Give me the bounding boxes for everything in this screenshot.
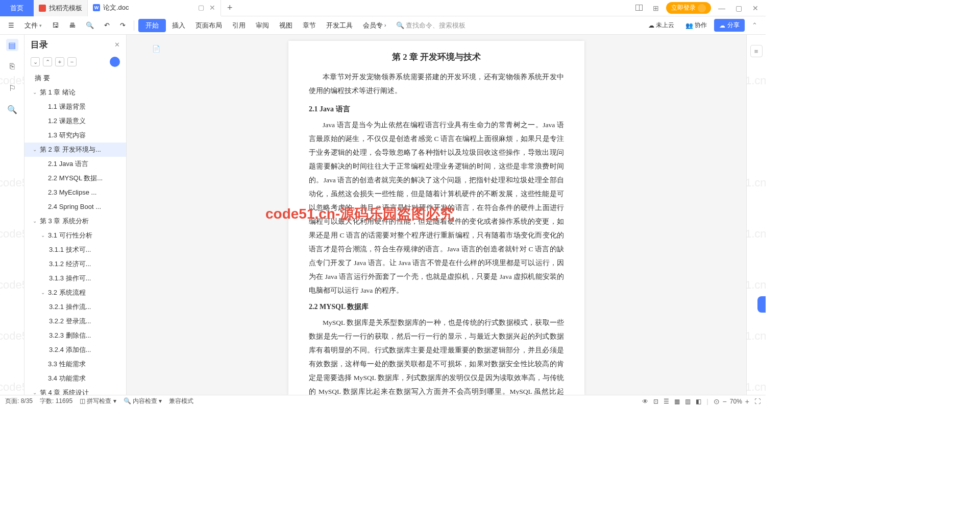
zoom-level[interactable]: 70% — [730, 398, 742, 405]
toc-item[interactable]: ⌄第 4 章 系统设计 — [24, 386, 126, 395]
toc-close-icon[interactable]: ✕ — [114, 41, 120, 49]
toc-item[interactable]: ⌄第 1 章 绪论 — [24, 85, 126, 100]
toc-item[interactable]: 3.1.3 操作可... — [24, 271, 126, 286]
toc-item[interactable]: 3.1.2 经济可... — [24, 257, 126, 271]
toc-item[interactable]: ⌄第 2 章 开发环境与... — [24, 143, 126, 157]
tab-devtools[interactable]: 开发工具 — [322, 19, 357, 32]
fullscreen-icon[interactable]: ⛶ — [754, 398, 761, 405]
layout-icon[interactable] — [632, 4, 646, 12]
tab-layout[interactable]: 页面布局 — [191, 19, 226, 32]
chevron-icon[interactable]: ⌄ — [33, 388, 38, 395]
tab-start[interactable]: 开始 — [138, 19, 166, 32]
share-button[interactable]: ☁ 分享 — [714, 19, 745, 32]
close-button[interactable]: ✕ — [749, 4, 762, 12]
rail-icon-2[interactable]: ⎘ — [6, 60, 18, 73]
toc-item[interactable]: 3.2.4 添加信... — [24, 343, 126, 357]
page-options-icon[interactable]: 📄 — [152, 45, 160, 53]
toc-item-label: 2.3 MyEclipse ... — [48, 187, 96, 198]
toc-ai-icon[interactable] — [110, 57, 120, 67]
toc-item[interactable]: 2.4 Spring Boot ... — [24, 200, 126, 214]
reading-view-icon[interactable]: ⊡ — [653, 398, 658, 405]
chevron-icon[interactable]: ⌄ — [41, 230, 46, 241]
toc-item[interactable]: 2.2 MYSQL 数据... — [24, 171, 126, 185]
word-count[interactable]: 字数: 11695 — [40, 397, 72, 406]
toc-expand-icon[interactable]: ⌃ — [43, 57, 52, 66]
tab-review[interactable]: 审阅 — [252, 19, 273, 32]
zoom-reset-icon[interactable]: ⊙ — [714, 397, 720, 406]
toc-item[interactable]: 3.1.1 技术可... — [24, 243, 126, 257]
toc-item[interactable]: ⌄3.2 系统流程 — [24, 286, 126, 300]
print-icon[interactable]: 🖶 — [65, 19, 80, 31]
tab-view[interactable]: 视图 — [275, 19, 297, 32]
chevron-icon[interactable]: ⌄ — [33, 87, 38, 98]
toc-item[interactable]: 1.3 研究内容 — [24, 128, 126, 143]
collapse-ribbon-icon[interactable]: ⌃ — [748, 19, 762, 31]
toc-item[interactable]: 3.4 功能需求 — [24, 371, 126, 386]
toc-item[interactable]: 3.2.1 操作流... — [24, 300, 126, 314]
toc-rail-icon[interactable]: ▤ — [6, 39, 18, 51]
file-menu[interactable]: 文件 ▾ — [20, 19, 46, 32]
toc-item-label: 1.2 课题意义 — [48, 116, 86, 126]
spellcheck-button[interactable]: ◫ 拼写检查 ▾ — [80, 397, 116, 406]
view-mode-icon[interactable]: 👁 — [642, 398, 648, 405]
tab-label: 论文.doc — [103, 3, 195, 12]
redo-icon[interactable]: ↷ — [116, 19, 130, 31]
toc-item[interactable]: 1.1 课题背景 — [24, 100, 126, 114]
toc-minus-icon[interactable]: − — [67, 57, 77, 66]
toc-item[interactable]: ⌄3.1 可行性分析 — [24, 228, 126, 243]
page-indicator[interactable]: 页面: 8/35 — [5, 397, 33, 406]
tab-close-icon[interactable]: ✕ — [209, 4, 215, 12]
toc-item[interactable]: 1.2 课题意义 — [24, 114, 126, 128]
toc-item[interactable]: 2.3 MyEclipse ... — [24, 185, 126, 200]
toc-collapse-icon[interactable]: ⌄ — [31, 57, 40, 66]
focus-view-icon[interactable]: ◧ — [696, 398, 701, 405]
toc-item-label: 3.2 系统流程 — [48, 288, 86, 298]
toc-item[interactable]: 3.2.2 登录流... — [24, 314, 126, 328]
preview-icon[interactable]: 🔍 — [82, 19, 98, 31]
login-button[interactable]: 立即登录 — [666, 2, 711, 14]
right-panel-icon[interactable]: ≡ — [750, 45, 763, 57]
web-view-icon[interactable]: ▦ — [674, 398, 680, 405]
contentcheck-button[interactable]: 🔍 内容检查 ▾ — [124, 397, 162, 406]
tab-label: 找稻壳模板 — [49, 4, 82, 13]
print-view-icon[interactable]: ▥ — [685, 398, 691, 405]
tab-reference[interactable]: 引用 — [228, 19, 250, 32]
cloud-status[interactable]: ☁ 未上云 — [644, 19, 678, 32]
maximize-button[interactable]: ▢ — [732, 4, 745, 12]
ribbon: ☰ 文件 ▾ 🖫 🖶 🔍 ↶ ↷ 开始 插入 页面布局 引用 审阅 视图 章节 … — [0, 16, 766, 35]
outline-view-icon[interactable]: ☰ — [664, 398, 669, 405]
toc-item[interactable]: 3.3 性能需求 — [24, 357, 126, 371]
collaborate-button[interactable]: 👥 协作 — [681, 19, 711, 32]
tab-home[interactable]: 首页 — [0, 0, 34, 16]
chevron-icon[interactable]: ⌄ — [33, 216, 38, 226]
tab-chapter[interactable]: 章节 — [299, 19, 320, 32]
toc-item[interactable]: 3.2.3 删除信... — [24, 328, 126, 343]
tab-template[interactable]: 找稻壳模板 — [34, 0, 88, 16]
tab-document[interactable]: W 论文.doc ▢ ✕ — [88, 0, 221, 16]
chevron-icon[interactable]: ⌄ — [33, 145, 38, 155]
search-box[interactable]: 🔍 查找命令、搜索模板 — [392, 19, 470, 32]
bookmark-rail-icon[interactable]: ⚐ — [6, 82, 18, 94]
toc-item-label: 第 2 章 开发环境与... — [40, 145, 101, 155]
toc-panel: 目录 ✕ ⌄ ⌃ + − 摘 要⌄第 1 章 绪论1.1 课题背景1.2 课题意… — [24, 35, 127, 395]
toc-plus-icon[interactable]: + — [55, 57, 64, 66]
tab-insert[interactable]: 插入 — [168, 19, 189, 32]
toc-item-label: 3.4 功能需求 — [48, 373, 86, 384]
toc-item-label: 3.2.3 删除信... — [49, 330, 91, 341]
side-feedback-tab[interactable] — [757, 296, 766, 313]
minimize-button[interactable]: — — [715, 4, 728, 12]
apps-icon[interactable]: ⊞ — [650, 4, 662, 12]
save-icon[interactable]: 🖫 — [48, 19, 63, 31]
new-tab-button[interactable]: + — [221, 3, 239, 13]
zoom-in-button[interactable]: + — [745, 397, 749, 406]
toc-item[interactable]: 摘 要 — [24, 71, 126, 85]
menu-icon[interactable]: ☰ — [4, 19, 18, 31]
undo-icon[interactable]: ↶ — [100, 19, 114, 31]
toc-item[interactable]: 2.1 Java 语言 — [24, 157, 126, 171]
tab-window-icon[interactable]: ▢ — [198, 4, 204, 11]
chevron-icon[interactable]: ⌄ — [41, 288, 46, 298]
toc-item[interactable]: ⌄第 3 章 系统分析 — [24, 214, 126, 228]
tab-member[interactable]: 会员专› — [359, 19, 390, 32]
zoom-out-button[interactable]: − — [723, 397, 727, 406]
search-rail-icon[interactable]: 🔍 — [6, 103, 18, 115]
